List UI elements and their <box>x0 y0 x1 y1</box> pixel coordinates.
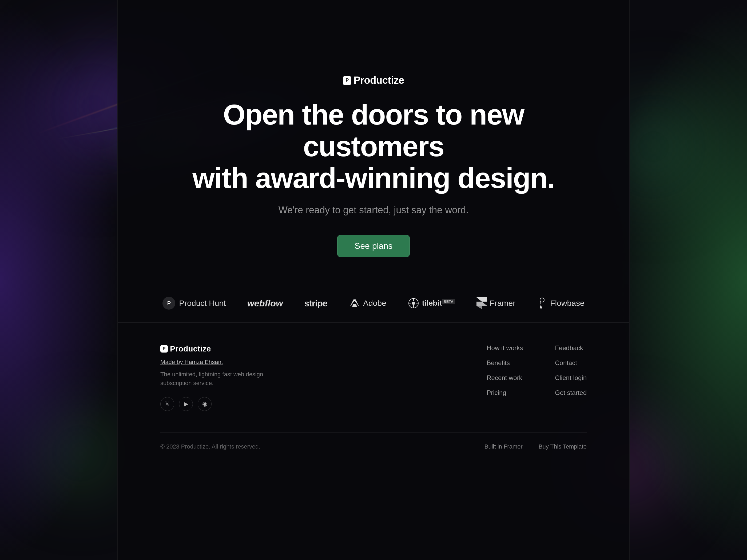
product-hunt-label: Product Hunt <box>179 299 226 308</box>
tilebit-label: tilebitBETA <box>422 299 455 308</box>
logo-flowbase: Flowbase <box>537 297 584 309</box>
stripe-label: stripe <box>304 298 328 309</box>
logo-adobe: Adobe <box>349 297 386 309</box>
footer: P Productize Made by Hamza Ehsan. The un… <box>118 323 629 466</box>
nav-get-started[interactable]: Get started <box>555 389 587 397</box>
product-hunt-icon: P <box>162 297 175 310</box>
footer-nav-col-1: How it works Benefits Recent work Pricin… <box>487 344 523 397</box>
svg-point-6 <box>540 298 544 302</box>
adobe-icon <box>349 297 360 309</box>
flowbase-label: Flowbase <box>550 299 584 308</box>
framer-label: Framer <box>490 299 516 308</box>
flowbase-icon <box>537 297 547 309</box>
adobe-label: Adobe <box>363 299 386 308</box>
logos-bar: P Product Hunt webflow stripe Adobe <box>118 284 629 323</box>
footer-social: 𝕏 ▶ ◉ <box>160 397 288 411</box>
tilebit-beta: BETA <box>442 299 455 304</box>
hero-title-line2: with award-winning design. <box>192 162 555 194</box>
nav-benefits[interactable]: Benefits <box>487 359 523 367</box>
nav-feedback[interactable]: Feedback <box>555 344 587 352</box>
footer-nav: How it works Benefits Recent work Pricin… <box>487 344 587 397</box>
nav-how-it-works[interactable]: How it works <box>487 344 523 352</box>
logo-webflow: webflow <box>247 298 283 309</box>
nav-recent-work[interactable]: Recent work <box>487 374 523 381</box>
footer-bottom: © 2023 Productize. All rights reserved. … <box>160 432 587 450</box>
hero-logo: P Productize <box>343 75 404 86</box>
logo-tilebit: tilebitBETA <box>408 297 455 309</box>
footer-buy-template[interactable]: Buy This Template <box>539 443 587 450</box>
footer-built-in-framer[interactable]: Built in Framer <box>485 443 523 450</box>
main-card: P Productize Open the doors to new custo… <box>118 0 629 560</box>
logo-product-hunt: P Product Hunt <box>162 297 226 310</box>
footer-bottom-links: Built in Framer Buy This Template <box>485 443 587 450</box>
footer-main: P Productize Made by Hamza Ehsan. The un… <box>160 344 587 411</box>
tilebit-icon <box>408 297 419 309</box>
logo-stripe: stripe <box>304 298 328 309</box>
svg-point-7 <box>540 306 542 309</box>
footer-logo-text: Productize <box>170 344 211 353</box>
webflow-label: webflow <box>247 298 283 309</box>
nav-client-login[interactable]: Client login <box>555 374 587 381</box>
framer-icon <box>476 297 487 309</box>
footer-made-by[interactable]: Made by Hamza Ehsan. <box>160 359 288 366</box>
hero-logo-text: Productize <box>354 75 404 86</box>
logo-p-icon: P <box>343 76 351 85</box>
footer-nav-col-2: Feedback Contact Client login Get starte… <box>555 344 587 397</box>
instagram-icon[interactable]: ◉ <box>198 397 211 411</box>
twitter-icon[interactable]: 𝕏 <box>160 397 174 411</box>
hero-subtitle: We're ready to get started, just say the… <box>279 205 469 216</box>
cta-button[interactable]: See plans <box>337 235 410 257</box>
nav-contact[interactable]: Contact <box>555 359 587 367</box>
hero-section: P Productize Open the doors to new custo… <box>118 0 629 284</box>
hero-title-line1: Open the doors to new customers <box>223 99 524 162</box>
hero-title: Open the doors to new customers with awa… <box>187 99 560 194</box>
youtube-icon[interactable]: ▶ <box>179 397 193 411</box>
footer-logo-icon: P <box>160 345 168 352</box>
footer-logo: P Productize <box>160 344 288 353</box>
footer-brand: P Productize Made by Hamza Ehsan. The un… <box>160 344 288 411</box>
side-blur-left <box>0 0 120 560</box>
logo-framer: Framer <box>476 297 516 309</box>
svg-point-1 <box>412 301 415 305</box>
nav-pricing[interactable]: Pricing <box>487 389 523 397</box>
footer-description: The unlimited, lightning fast web design… <box>160 370 288 388</box>
footer-copyright: © 2023 Productize. All rights reserved. <box>160 443 260 450</box>
